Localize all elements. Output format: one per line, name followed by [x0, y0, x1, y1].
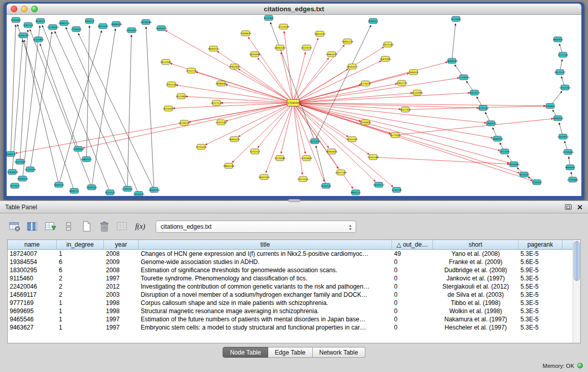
- cell[interactable]: 1: [57, 315, 104, 323]
- cell[interactable]: 1: [57, 250, 104, 258]
- cell[interactable]: 1998: [104, 307, 139, 315]
- graph-edge[interactable]: [30, 32, 52, 169]
- graph-node[interactable]: 12160626: [360, 120, 371, 125]
- cell[interactable]: 1997: [104, 323, 139, 332]
- table-row[interactable]: 2242004622012Investigating the contribut…: [8, 282, 573, 291]
- graph-node[interactable]: 17579030: [458, 75, 469, 80]
- cell[interactable]: 0: [392, 307, 433, 315]
- graph-node[interactable]: 9472025: [10, 183, 19, 188]
- graph-node[interactable]: 15905215: [122, 186, 133, 191]
- cell[interactable]: 6: [57, 258, 104, 266]
- column-header-year[interactable]: year: [104, 240, 139, 250]
- graph-edge[interactable]: [284, 31, 293, 103]
- graph-edge[interactable]: [248, 37, 293, 103]
- function-builder-icon[interactable]: f(x): [133, 219, 148, 234]
- graph-node[interactable]: 18056526: [17, 176, 28, 181]
- table-row[interactable]: 946362711997Embryonic stem cells: a mode…: [8, 323, 573, 332]
- graph-node[interactable]: 16983128: [58, 20, 70, 26]
- graph-node[interactable]: 8183054: [368, 18, 378, 24]
- cell[interactable]: Estimation of the future numbers of pati…: [139, 315, 392, 323]
- cell[interactable]: 1998: [104, 299, 139, 307]
- graph-node[interactable]: 8472944: [451, 16, 461, 21]
- graph-node[interactable]: 10553310: [14, 159, 26, 164]
- cell[interactable]: Wolkin et al. (1998): [433, 307, 518, 315]
- cell[interactable]: 2008: [104, 250, 139, 258]
- graph-node[interactable]: 17552755: [186, 68, 197, 73]
- float-panel-icon[interactable]: [565, 204, 572, 210]
- cell[interactable]: 9115460: [8, 274, 57, 282]
- graph-node[interactable]: 9464252: [84, 18, 94, 24]
- graph-node[interactable]: 19245051: [518, 172, 530, 177]
- graph-node[interactable]: 9245216: [321, 183, 331, 188]
- cell[interactable]: Corpus callosum shape and size in male p…: [139, 299, 392, 307]
- show-columns-icon[interactable]: [25, 219, 40, 234]
- graph-edge[interactable]: [146, 27, 154, 190]
- graph-node[interactable]: 13220717: [301, 45, 312, 50]
- cell[interactable]: 1: [57, 323, 104, 332]
- cell[interactable]: 0: [392, 299, 433, 307]
- graph-node[interactable]: 9906306: [565, 165, 575, 170]
- table-row[interactable]: 1456911722003Disruption of a novel membe…: [8, 291, 573, 299]
- graph-node[interactable]: 17200655: [562, 149, 574, 155]
- graph-edge[interactable]: [59, 31, 102, 185]
- graph-node[interactable]: 15230499: [47, 25, 58, 30]
- graph-node[interactable]: 16172025: [389, 133, 401, 138]
- graph-node[interactable]: 19412175: [469, 90, 480, 95]
- cell[interactable]: Tourette syndrome. Phenomenology and cla…: [139, 274, 392, 282]
- cell[interactable]: 0: [392, 282, 433, 291]
- cell[interactable]: 1997: [104, 274, 139, 282]
- graph-node[interactable]: 8572303: [264, 15, 273, 20]
- graph-edge[interactable]: [127, 35, 132, 189]
- table-row[interactable]: 969969511998Structural magnetic resonanc…: [8, 307, 573, 315]
- graph-node[interactable]: 10521592: [97, 24, 108, 29]
- graph-edge[interactable]: [78, 33, 154, 190]
- table-row[interactable]: 1872400712008Changes of HCN gene express…: [8, 250, 573, 258]
- graph-edge[interactable]: [293, 103, 546, 106]
- graph-edge[interactable]: [293, 103, 348, 137]
- graph-edge[interactable]: [173, 103, 293, 108]
- cell[interactable]: Embryonic stem cells: a model to study s…: [139, 323, 392, 332]
- graph-node[interactable]: 14638588: [140, 19, 151, 25]
- cell[interactable]: 2: [57, 274, 104, 282]
- column-header-title[interactable]: title: [139, 240, 392, 250]
- cell[interactable]: 14569117: [8, 291, 57, 299]
- graph-node[interactable]: 17851810: [229, 64, 240, 69]
- graph-edge[interactable]: [293, 103, 376, 182]
- graph-node[interactable]: 17852755: [396, 80, 407, 85]
- cell[interactable]: 5.3E-5: [518, 323, 562, 332]
- cell[interactable]: 5.3E-5: [518, 315, 562, 323]
- graph-edge[interactable]: [83, 103, 293, 148]
- graph-node[interactable]: 17234545: [195, 144, 207, 149]
- graph-edge[interactable]: [15, 103, 293, 153]
- close-panel-icon[interactable]: ✕: [577, 204, 583, 211]
- delete-table-icon[interactable]: [97, 219, 112, 234]
- cell[interactable]: 2012: [104, 282, 139, 291]
- graph-edge[interactable]: [373, 157, 509, 164]
- graph-node[interactable]: 12124549: [278, 24, 289, 29]
- cell[interactable]: 1: [57, 307, 104, 315]
- graph-node[interactable]: 20360730: [17, 33, 29, 38]
- graph-node[interactable]: 11312802: [33, 37, 44, 42]
- graph-edge[interactable]: [293, 103, 478, 108]
- graph-node[interactable]: 15958538: [7, 169, 18, 174]
- graph-edge[interactable]: [395, 119, 553, 135]
- cell[interactable]: 0: [392, 258, 433, 266]
- cell[interactable]: Yano et al. (2008): [433, 250, 518, 258]
- cell[interactable]: 22420046: [8, 282, 57, 291]
- graph-edge[interactable]: [232, 103, 293, 163]
- graph-node[interactable]: 16061022: [274, 45, 286, 50]
- tab-node-table[interactable]: Node Table: [223, 347, 268, 358]
- graph-node[interactable]: 16905218: [342, 39, 353, 44]
- graph-node[interactable]: 18605186: [223, 163, 234, 168]
- column-header-in_degree[interactable]: in_degree: [57, 240, 104, 250]
- graph-node[interactable]: 22044825: [301, 156, 312, 161]
- cell[interactable]: 1: [57, 299, 104, 307]
- graph-node[interactable]: 18384059: [492, 136, 503, 141]
- graph-node[interactable]: 15776133: [360, 81, 371, 86]
- graph-edge[interactable]: [316, 146, 326, 186]
- graph-node[interactable]: 12520519: [25, 167, 36, 172]
- graph-node[interactable]: 9245218: [391, 187, 401, 192]
- merge-table-icon[interactable]: [115, 219, 130, 234]
- cell[interactable]: 9699695: [8, 307, 57, 315]
- graph-node[interactable]: 9245052: [532, 180, 541, 185]
